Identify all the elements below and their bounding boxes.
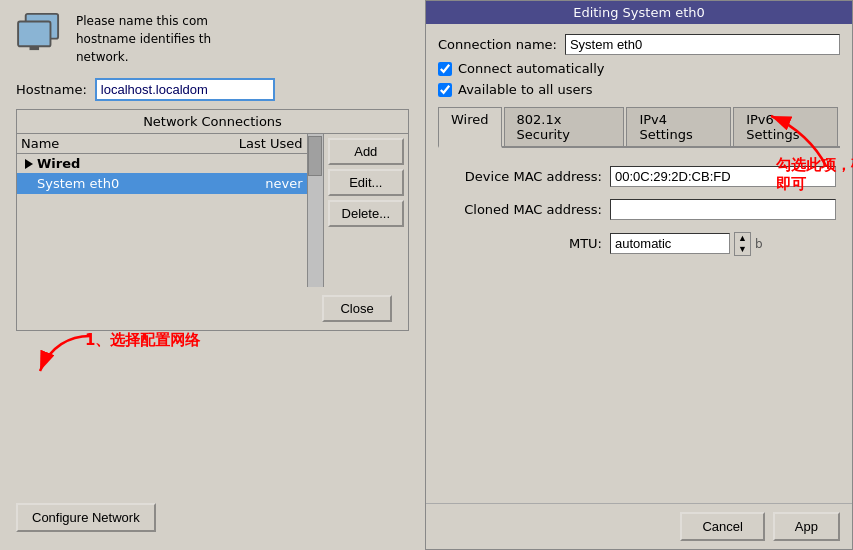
network-connections-box: Network Connections Name Last Used Wired…	[16, 109, 409, 331]
nc-group-wired: Wired	[17, 154, 307, 173]
device-mac-row: Device MAC address:	[442, 166, 836, 187]
mtu-input[interactable]	[610, 233, 730, 254]
info-line3: network.	[76, 48, 211, 66]
nc-col-lastused: Last Used	[213, 136, 303, 151]
nc-body: Name Last Used Wired System eth0 never	[17, 134, 408, 287]
svg-rect-2	[18, 22, 50, 47]
mtu-input-wrap: ▲ ▼ b	[610, 232, 763, 256]
expand-icon	[25, 159, 33, 169]
nc-list: Wired System eth0 never	[17, 154, 307, 194]
check-allusers-label: Available to all users	[458, 82, 593, 97]
mtu-down-button[interactable]: ▼	[735, 244, 750, 255]
nc-list-area: Name Last Used Wired System eth0 never	[17, 134, 307, 287]
conn-name-row: Connection name:	[438, 34, 840, 55]
check-allusers[interactable]	[438, 83, 452, 97]
delete-button[interactable]: Delete...	[328, 200, 404, 227]
edit-button[interactable]: Edit...	[328, 169, 404, 196]
dialog-footer: Cancel App	[426, 503, 852, 549]
info-line2: hostname identifies th	[76, 30, 211, 48]
mtu-up-button[interactable]: ▲	[735, 233, 750, 244]
list-item[interactable]: System eth0 never	[17, 173, 307, 194]
tabs-row: Wired 802.1x Security IPv4 Settings IPv6…	[438, 107, 840, 148]
svg-rect-3	[30, 46, 40, 50]
configure-network-button[interactable]: Configure Network	[16, 503, 156, 532]
device-mac-input[interactable]	[610, 166, 836, 187]
add-button[interactable]: Add	[328, 138, 404, 165]
group-wired-label: Wired	[37, 156, 80, 171]
bottom-area: Configure Network	[0, 495, 172, 540]
tab-ipv6[interactable]: IPv6 Settings	[733, 107, 838, 146]
tab-wired[interactable]: Wired	[438, 107, 502, 148]
nc-list-header: Name Last Used	[17, 134, 307, 154]
dialog-panel: Editing System eth0 Connection name: Con…	[425, 0, 853, 550]
left-panel: Please name this com hostname identifies…	[0, 0, 425, 550]
tab-content-wired: Device MAC address: Cloned MAC address: …	[438, 154, 840, 493]
tab-8021x[interactable]: 802.1x Security	[504, 107, 625, 146]
close-button[interactable]: Close	[322, 295, 392, 322]
network-icon	[16, 12, 64, 52]
cloned-mac-label: Cloned MAC address:	[442, 202, 602, 217]
conn-name-input[interactable]	[565, 34, 840, 55]
nc-col-name: Name	[21, 136, 213, 151]
mtu-unit: b	[755, 237, 763, 251]
apply-button[interactable]: App	[773, 512, 840, 541]
mtu-spinner[interactable]: ▲ ▼	[734, 232, 751, 256]
nc-scrollbar[interactable]	[307, 134, 323, 287]
hostname-input[interactable]	[95, 78, 275, 101]
dialog-body: Connection name: Connect automatically A…	[426, 24, 852, 503]
check-auto[interactable]	[438, 62, 452, 76]
annotation-1: 1、选择配置网络	[85, 331, 200, 350]
hostname-row: Hostname:	[0, 78, 425, 109]
nc-title: Network Connections	[17, 110, 408, 134]
hostname-label: Hostname:	[16, 82, 87, 97]
mtu-row: MTU: ▲ ▼ b	[442, 232, 836, 256]
cloned-mac-row: Cloned MAC address:	[442, 199, 836, 220]
info-text-block: Please name this com hostname identifies…	[76, 12, 211, 66]
nc-scrollbar-thumb[interactable]	[308, 136, 322, 176]
tab-ipv4[interactable]: IPv4 Settings	[626, 107, 731, 146]
device-mac-label: Device MAC address:	[442, 169, 602, 184]
item-lastused: never	[213, 176, 303, 191]
check-allusers-row: Available to all users	[438, 82, 840, 97]
cancel-button[interactable]: Cancel	[680, 512, 764, 541]
item-name: System eth0	[37, 176, 213, 191]
info-line1: Please name this com	[76, 12, 211, 30]
annotation-arrow-1	[10, 326, 210, 386]
cloned-mac-input[interactable]	[610, 199, 836, 220]
close-btn-row: Close	[17, 287, 408, 330]
nc-buttons: Add Edit... Delete...	[323, 134, 408, 287]
mtu-label: MTU:	[442, 236, 602, 251]
nc-scroll-area: Wired System eth0 never	[17, 154, 307, 287]
dialog-titlebar: Editing System eth0	[426, 1, 852, 24]
check-auto-label: Connect automatically	[458, 61, 605, 76]
conn-name-label: Connection name:	[438, 37, 557, 52]
bottom-configure-area: 1、选择配置网络 Configure Network	[0, 331, 425, 551]
check-auto-row: Connect automatically	[438, 61, 840, 76]
info-section: Please name this com hostname identifies…	[0, 0, 425, 78]
